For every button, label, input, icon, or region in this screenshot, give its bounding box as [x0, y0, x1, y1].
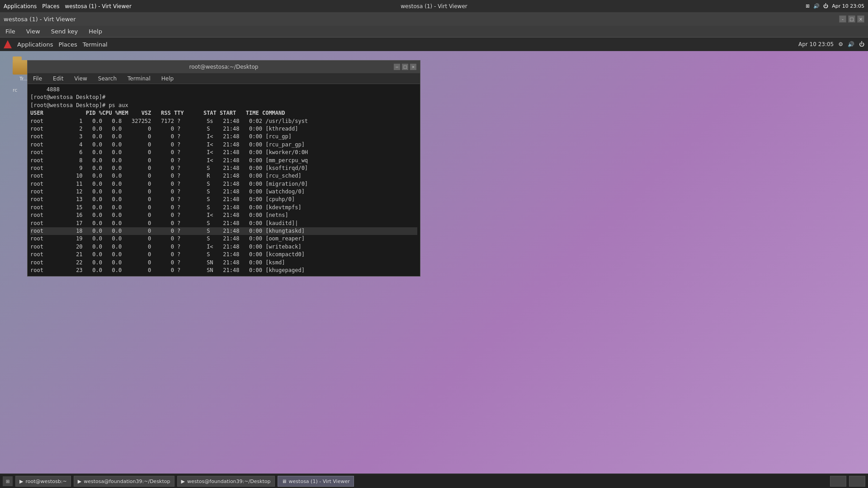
virt-menu-file[interactable]: File — [4, 27, 17, 36]
guest-settings-icon: ⚙ — [838, 41, 843, 47]
host-taskbar-right-2[interactable] — [849, 476, 865, 487]
topbar-left: Applications Places westosa (1) - Virt V… — [4, 3, 132, 9]
term-row: root 9 0.0 0.0 0 0 ? S 21:48 0:00 [ksoft… — [30, 164, 417, 172]
fedora-icon — [4, 40, 12, 48]
virt-menu-help[interactable]: Help — [87, 27, 104, 36]
term-row: root 22 0.0 0.0 0 0 ? SN 21:48 0:00 [ksm… — [30, 259, 417, 267]
host-taskbar-btn-1[interactable]: ▶ westosa@foundation39:~/Desktop — [74, 476, 175, 487]
topbar-window-title: westosa (1) - Virt Viewer — [65, 3, 131, 9]
terminal-window: root@westosa:~/Desktop − □ × File Edit V… — [27, 60, 420, 277]
guest-volume-icon: 🔊 — [848, 41, 854, 47]
host-taskbar-btn-2[interactable]: ▶ westos@foundation39:~/Desktop — [177, 476, 275, 487]
topbar-datetime: Apr 10 23:05 — [832, 3, 864, 9]
host-btn-virt-icon-3: 🖥 — [282, 479, 287, 484]
virt-menu-view[interactable]: View — [24, 27, 42, 36]
term-menu-edit[interactable]: Edit — [51, 75, 65, 83]
term-header: USER PID %CPU %MEM VSZ RSS TTY STAT STAR… — [30, 109, 417, 117]
host-taskbar-btn-3[interactable]: 🖥 westosa (1) - Virt Viewer — [278, 476, 354, 487]
term-menu-file[interactable]: File — [31, 75, 44, 83]
virt-viewer-titlebar-buttons: - □ × — [839, 15, 864, 23]
desktop-text: rc — [13, 87, 17, 93]
terminal-close-button[interactable]: × — [410, 64, 416, 70]
guest-applications-menu[interactable]: Applications — [15, 40, 55, 49]
guest-places-menu[interactable]: Places — [57, 40, 79, 49]
host-btn-terminal-icon-1: ▶ — [78, 479, 81, 484]
topbar-applications[interactable]: Applications — [4, 3, 37, 9]
power-icon: ⏻ — [823, 3, 828, 9]
virt-viewer-titlebar: westosa (1) - Virt Viewer - □ × — [0, 12, 868, 26]
term-menu-search[interactable]: Search — [96, 75, 118, 83]
virt-viewer-window: westosa (1) - Virt Viewer - □ × File Vie… — [0, 12, 868, 488]
host-taskbar: ⊞ ▶ root@westosb:~ ▶ westosa@foundation3… — [0, 474, 868, 488]
term-row: root 21 0.0 0.0 0 0 ? S 21:48 0:00 [kcom… — [30, 251, 417, 258]
term-menu-help[interactable]: Help — [160, 75, 175, 83]
guest-panel-right: Apr 10 23:05 ⚙ 🔊 ⏻ — [798, 41, 864, 47]
virt-menu-sendkey[interactable]: Send key — [49, 27, 80, 36]
term-menu-view[interactable]: View — [72, 75, 89, 83]
terminal-menubar: File Edit View Search Terminal Help — [28, 73, 420, 84]
term-row: root 10 0.0 0.0 0 0 ? R 21:48 0:00 [rcu_… — [30, 172, 417, 180]
host-taskbar-btn-0[interactable]: ▶ root@westosb:~ — [15, 476, 71, 487]
host-system-topbar: Applications Places westosa (1) - Virt V… — [0, 0, 868, 12]
host-btn-terminal-icon-0: ▶ — [19, 479, 23, 484]
host-taskbar-icon[interactable]: ⊞ — [3, 476, 13, 486]
terminal-titlebar: root@westosa:~/Desktop − □ × — [28, 61, 420, 73]
term-menu-terminal[interactable]: Terminal — [126, 75, 152, 83]
term-prompt-1: [root@westosa Desktop]# — [30, 94, 417, 101]
terminal-maximize-button[interactable]: □ — [402, 64, 408, 70]
host-btn-label-3: westosa (1) - Virt Viewer — [289, 479, 350, 484]
term-row: root 1 0.0 0.8 327252 7172 ? Ss 21:48 0:… — [30, 117, 417, 125]
host-btn-label-2: westos@foundation39:~/Desktop — [187, 479, 271, 484]
term-row: root 18 0.0 0.0 0 0 ? S 21:48 0:00 [khun… — [30, 227, 417, 235]
guest-terminal-menu[interactable]: Terminal — [81, 40, 109, 49]
host-btn-label-0: root@westosb:~ — [25, 479, 66, 484]
guest-desktop: Applications Places Terminal Apr 10 23:0… — [0, 38, 868, 488]
term-row: root 19 0.0 0.0 0 0 ? S 21:48 0:00 [oom_… — [30, 235, 417, 243]
virt-viewer-title: westosa (1) - Virt Viewer — [4, 16, 76, 23]
guest-top-panel: Applications Places Terminal Apr 10 23:0… — [0, 38, 868, 51]
term-row: root 4 0.0 0.0 0 0 ? I< 21:48 0:00 [rcu_… — [30, 141, 417, 149]
topbar-places[interactable]: Places — [42, 3, 59, 9]
topbar-right: ⊞ 🔊 ⏻ Apr 10 23:05 — [806, 3, 864, 9]
terminal-titlebar-right: − □ × — [394, 64, 416, 70]
term-row: root 6 0.0 0.0 0 0 ? I< 21:48 0:00 [kwor… — [30, 149, 417, 156]
volume-icon: 🔊 — [813, 3, 820, 9]
virt-maximize-button[interactable]: □ — [848, 15, 855, 23]
folder-tab — [13, 56, 22, 60]
term-line-number: 4888 — [30, 86, 417, 94]
term-row: root 17 0.0 0.0 0 0 ? S 21:48 0:00 [kaud… — [30, 220, 417, 227]
term-row: root 16 0.0 0.0 0 0 ? I< 21:48 0:00 [net… — [30, 211, 417, 219]
term-row: root 23 0.0 0.0 0 0 ? SN 21:48 0:00 [khu… — [30, 267, 417, 274]
term-row: root 3 0.0 0.0 0 0 ? I< 21:48 0:00 [rcu_… — [30, 133, 417, 141]
guest-panel-left: Applications Places Terminal — [4, 40, 109, 49]
host-btn-label-1: westosa@foundation39:~/Desktop — [84, 479, 170, 484]
terminal-body[interactable]: 4888[root@westosa Desktop]# [root@westos… — [28, 84, 420, 276]
virt-minimize-button[interactable]: - — [839, 15, 846, 23]
host-taskbar-right-1[interactable] — [830, 476, 846, 487]
topbar-center-title: westosa (1) - Virt Viewer — [401, 3, 467, 9]
term-row: root 11 0.0 0.0 0 0 ? S 21:48 0:00 [migr… — [30, 180, 417, 188]
guest-power-icon: ⏻ — [859, 41, 864, 47]
terminal-minimize-button[interactable]: − — [394, 64, 400, 70]
virt-close-button[interactable]: × — [857, 15, 864, 23]
term-row: root 20 0.0 0.0 0 0 ? I< 21:48 0:00 [wri… — [30, 243, 417, 251]
network-icon: ⊞ — [806, 3, 810, 9]
term-row: root 12 0.0 0.0 0 0 ? S 21:48 0:00 [watc… — [30, 188, 417, 196]
term-row: root 13 0.0 0.0 0 0 ? S 21:48 0:00 [cpuh… — [30, 196, 417, 203]
guest-datetime: Apr 10 23:05 — [798, 41, 834, 47]
host-btn-terminal-icon-2: ▶ — [181, 479, 185, 484]
terminal-title: root@westosa:~/Desktop — [189, 64, 259, 70]
term-prompt-2: [root@westosa Desktop]# ps aux — [30, 102, 417, 109]
folder-label: Tr... — [19, 76, 27, 81]
virt-viewer-menubar: File View Send key Help — [0, 26, 868, 38]
term-row: root 15 0.0 0.0 0 0 ? S 21:48 0:00 [kdev… — [30, 204, 417, 211]
term-row: root 8 0.0 0.0 0 0 ? I< 21:48 0:00 [mm_p… — [30, 157, 417, 164]
term-row: root 2 0.0 0.0 0 0 ? S 21:48 0:00 [kthre… — [30, 125, 417, 133]
